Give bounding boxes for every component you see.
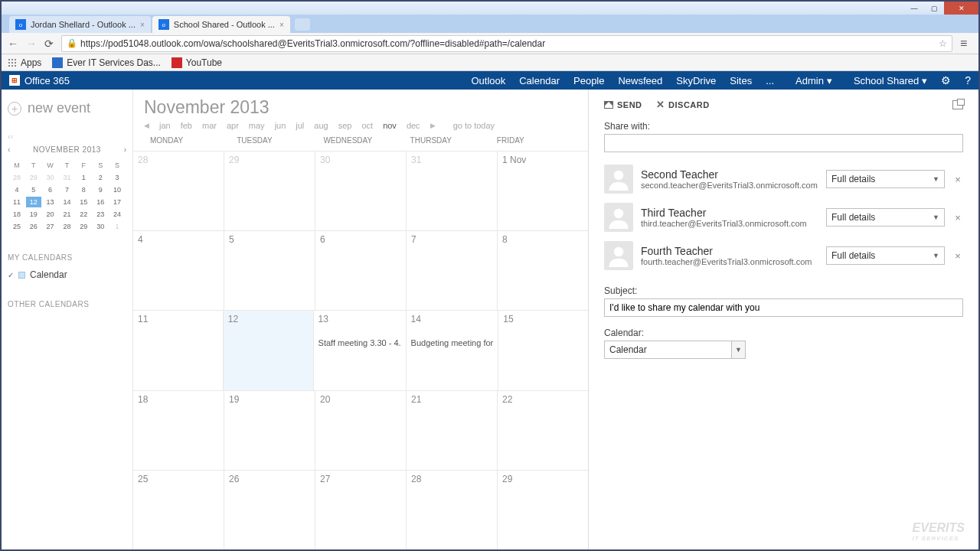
mini-cal-day[interactable]: 7 — [60, 184, 75, 195]
calendar-day-cell[interactable]: 5 — [224, 231, 315, 310]
mini-cal-day[interactable]: 17 — [109, 197, 125, 207]
bookmark-item[interactable]: YouTube — [172, 57, 222, 68]
month-apr[interactable]: apr — [227, 121, 239, 130]
bookmark-star-icon[interactable]: ☆ — [939, 38, 947, 49]
mini-cal-day[interactable]: 31 — [60, 172, 75, 183]
mini-cal-day[interactable]: 3 — [109, 172, 125, 183]
apps-shortcut[interactable]: Apps — [8, 57, 41, 68]
tab-close-icon[interactable]: × — [275, 21, 284, 29]
mini-cal-day[interactable]: 22 — [76, 209, 91, 220]
subject-input[interactable] — [604, 298, 963, 317]
new-event-button[interactable]: + new event — [8, 100, 126, 116]
mini-cal-day[interactable]: 30 — [43, 172, 58, 183]
mini-cal-day[interactable]: 6 — [43, 184, 58, 195]
mini-cal-day[interactable]: 29 — [76, 221, 91, 232]
nav-more[interactable]: ... — [766, 75, 774, 86]
remove-recipient-button[interactable]: × — [952, 250, 963, 262]
month-mar[interactable]: mar — [202, 121, 217, 130]
calendar-day-cell[interactable]: 21 — [407, 391, 498, 470]
month-nov[interactable]: nov — [383, 121, 397, 130]
collapse-icon[interactable]: ‹‹ — [8, 132, 126, 141]
prev-year[interactable]: ◀ — [144, 122, 149, 129]
calendar-day-cell[interactable]: 29 — [224, 152, 315, 230]
calendar-day-cell[interactable]: 20 — [315, 391, 407, 470]
mini-cal-day[interactable]: 26 — [26, 221, 41, 232]
mini-cal-day[interactable]: 12 — [26, 197, 41, 207]
discard-button[interactable]: ✕DISCARD — [656, 99, 710, 110]
calendar-day-cell[interactable]: 31 — [407, 152, 498, 230]
mini-cal-day[interactable]: 27 — [43, 221, 58, 232]
calendar-day-cell[interactable]: 13Staff meeting 3.30 - 4. — [314, 311, 407, 390]
mini-prev-month[interactable]: ‹ — [8, 145, 10, 154]
forward-button[interactable]: → — [26, 37, 37, 50]
tab-close-icon[interactable]: × — [136, 21, 145, 29]
mini-cal-day[interactable]: 5 — [26, 184, 41, 195]
popout-icon[interactable] — [952, 100, 963, 109]
calendar-day-cell[interactable]: 7 — [407, 231, 498, 310]
settings-gear-icon[interactable]: ⚙ — [941, 74, 951, 86]
mini-cal-day[interactable]: 10 — [109, 184, 125, 195]
address-bar[interactable]: 🔒 https://pod51048.outlook.com/owa/schoo… — [61, 35, 952, 52]
permission-select[interactable]: Full details▼ — [826, 208, 945, 227]
mini-next-month[interactable]: › — [124, 145, 126, 154]
nav-outlook[interactable]: Outlook — [471, 75, 505, 86]
account-menu[interactable]: School Shared▾ — [854, 75, 927, 86]
month-sep[interactable]: sep — [338, 121, 352, 130]
next-year[interactable]: ▶ — [430, 122, 436, 129]
nav-sites[interactable]: Sites — [730, 75, 752, 86]
month-aug[interactable]: aug — [314, 121, 328, 130]
calendar-select[interactable]: Calendar ▼ — [604, 341, 746, 359]
mini-cal-day[interactable]: 4 — [9, 184, 24, 195]
permission-select[interactable]: Full details▼ — [826, 246, 945, 265]
remove-recipient-button[interactable]: × — [952, 174, 963, 185]
nav-skydrive[interactable]: SkyDrive — [676, 75, 716, 86]
mini-cal-day[interactable]: 2 — [93, 172, 108, 183]
window-maximize-button[interactable]: ▢ — [924, 2, 944, 15]
share-with-input[interactable] — [604, 134, 963, 152]
calendar-day-cell[interactable]: 28 — [407, 471, 498, 549]
calendar-day-cell[interactable]: 18 — [133, 391, 224, 470]
browser-tab[interactable]: o School Shared - Outlook ... × — [152, 16, 290, 33]
mini-cal-day[interactable]: 11 — [9, 197, 24, 207]
window-minimize-button[interactable]: — — [904, 2, 924, 15]
mini-cal-day[interactable]: 1 — [109, 221, 125, 232]
mini-cal-day[interactable]: 1 — [76, 172, 91, 183]
calendar-day-cell[interactable]: 29 — [498, 471, 588, 549]
month-jul[interactable]: jul — [296, 121, 304, 130]
go-to-today[interactable]: go to today — [453, 121, 495, 130]
nav-admin[interactable]: Admin▾ — [795, 75, 832, 86]
mini-cal-day[interactable]: 28 — [60, 221, 75, 232]
calendar-day-cell[interactable]: 27 — [315, 471, 407, 549]
mini-cal-day[interactable]: 21 — [60, 209, 75, 220]
mini-cal-day[interactable]: 9 — [93, 184, 108, 195]
chrome-menu-button[interactable]: ≡ — [960, 37, 972, 51]
mini-cal-day[interactable]: 23 — [93, 209, 108, 220]
calendar-day-cell[interactable]: 25 — [133, 471, 224, 549]
reload-button[interactable]: ⟳ — [44, 37, 54, 50]
mini-cal-day[interactable]: 19 — [26, 209, 41, 220]
mini-cal-day[interactable]: 14 — [60, 197, 75, 207]
calendar-day-cell[interactable]: 19 — [224, 391, 315, 470]
permission-select[interactable]: Full details▼ — [826, 170, 945, 188]
new-tab-button[interactable] — [295, 18, 310, 31]
nav-people[interactable]: People — [573, 75, 604, 86]
calendar-day-cell[interactable]: 4 — [133, 231, 224, 310]
calendar-event[interactable]: Budgeting meeting for — [411, 338, 494, 347]
bookmark-item[interactable]: Ever IT Services Das... — [52, 57, 160, 68]
nav-calendar[interactable]: Calendar — [519, 75, 560, 86]
mini-cal-day[interactable]: 15 — [76, 197, 91, 207]
send-button[interactable]: SEND — [604, 100, 642, 109]
mini-cal-day[interactable]: 29 — [26, 172, 41, 183]
calendar-day-cell[interactable]: 30 — [315, 152, 407, 230]
calendar-day-cell[interactable]: 1 Nov — [498, 152, 588, 230]
mini-cal-day[interactable]: 8 — [76, 184, 91, 195]
calendar-day-cell[interactable]: 12 — [224, 311, 314, 390]
calendar-day-cell[interactable]: 15 — [498, 311, 588, 390]
calendar-event[interactable]: Staff meeting 3.30 - 4. — [318, 338, 401, 347]
mini-cal-day[interactable]: 30 — [93, 221, 108, 232]
office-logo[interactable]: ⊞ Office 365 — [9, 75, 70, 86]
window-close-button[interactable]: ✕ — [944, 2, 978, 15]
calendar-day-cell[interactable]: 14Budgeting meeting for — [407, 311, 499, 390]
mini-cal-day[interactable]: 20 — [43, 209, 58, 220]
remove-recipient-button[interactable]: × — [952, 212, 963, 223]
